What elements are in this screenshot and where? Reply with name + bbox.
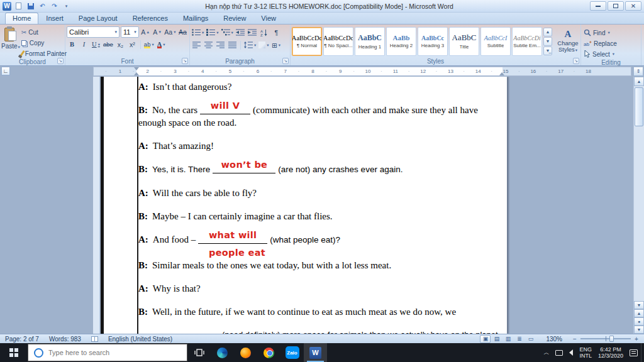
gallery-scroll-down-button[interactable]: ▼: [543, 37, 552, 46]
style-chip[interactable]: AaBbC Heading 1: [355, 27, 385, 56]
dialogue-line[interactable]: B:Maybe – I can certainly imagine a car …: [138, 210, 528, 222]
style-chip[interactable]: AaBbCcDc ¶ Normal: [292, 27, 322, 56]
dialogue-line[interactable]: A:Isn’t that dangerous?: [138, 80, 528, 93]
new-document-button[interactable]: [14, 2, 23, 11]
close-button[interactable]: ✕: [625, 1, 641, 11]
zoom-in-button[interactable]: +: [634, 336, 639, 343]
font-dialog-launcher[interactable]: ↘: [182, 58, 188, 64]
outline-view-button[interactable]: ≣: [514, 335, 525, 343]
align-center-button[interactable]: [203, 40, 214, 50]
task-view-button[interactable]: [187, 343, 211, 362]
proofing-status-icon[interactable]: [91, 336, 98, 342]
tray-expand-button[interactable]: ︿: [540, 343, 552, 362]
web-layout-view-button[interactable]: ▥: [502, 335, 513, 343]
fullscreen-view-button[interactable]: ▤: [491, 335, 502, 343]
text-highlight-button[interactable]: ab: [143, 39, 155, 50]
superscript-button[interactable]: x²: [127, 39, 138, 50]
zoom-slider-thumb[interactable]: [609, 336, 614, 342]
next-page-button[interactable]: ▼: [634, 326, 644, 334]
dialogue-line[interactable]: B:Well, in the future, if we want to con…: [138, 305, 528, 318]
bullets-button[interactable]: [191, 27, 204, 38]
zoom-level[interactable]: 130%: [546, 336, 562, 343]
italic-button[interactable]: I: [79, 39, 89, 50]
replace-button[interactable]: ab Replace: [582, 38, 640, 48]
hanging-indent-marker[interactable]: [134, 72, 139, 75]
word-app-icon[interactable]: W: [3, 2, 11, 11]
increase-indent-button[interactable]: [247, 27, 258, 38]
numbering-button[interactable]: [206, 27, 219, 38]
scrollbar-thumb[interactable]: [635, 87, 643, 126]
justify-button[interactable]: [227, 40, 238, 50]
ribbon-tab[interactable]: Insert: [38, 13, 71, 24]
document-page[interactable]: A:Isn’t that dangerous? B:No, the carswi…: [101, 77, 507, 334]
dialogue-line[interactable]: A:And food –what will(what people eat)? …: [138, 233, 528, 259]
chrome-taskbar-button[interactable]: [257, 343, 280, 362]
dialogue-line[interactable]: (need definitely) more space for animals…: [138, 329, 528, 334]
word-count[interactable]: Words: 983: [49, 336, 81, 343]
first-line-indent-marker[interactable]: [134, 67, 139, 70]
clear-formatting-button[interactable]: Aa: [177, 27, 188, 38]
show-desktop-button[interactable]: [641, 343, 644, 362]
bold-button[interactable]: B: [67, 39, 77, 50]
style-chip[interactable]: AaBbCcI Subtitle: [480, 27, 511, 56]
dialogue-line[interactable]: A:Will the cars be able to fly?: [138, 187, 528, 199]
strikethrough-button[interactable]: abe: [103, 39, 114, 50]
clipboard-dialog-launcher[interactable]: ↘: [57, 58, 64, 64]
zoom-out-button[interactable]: −: [572, 336, 577, 343]
select-browse-object-button[interactable]: ●: [634, 317, 644, 326]
borders-button[interactable]: ⊞: [271, 40, 282, 50]
style-chip[interactable]: AaBbCcDc ¶ No Spaci...: [323, 27, 353, 56]
gallery-scroll-up-button[interactable]: ▲: [543, 28, 552, 36]
language-indicator[interactable]: English (United States): [108, 336, 172, 343]
line-spacing-button[interactable]: [243, 40, 257, 50]
redo-button[interactable]: ↷: [50, 2, 59, 11]
select-button[interactable]: Select: [582, 49, 640, 59]
underline-button[interactable]: U: [91, 39, 101, 50]
volume-tray-icon[interactable]: [566, 343, 576, 362]
restore-button[interactable]: [608, 1, 624, 11]
tab-stop-selector[interactable]: ∟: [1, 67, 10, 75]
style-chip[interactable]: AaBb Heading 2: [386, 27, 416, 56]
word-taskbar-button[interactable]: W: [304, 343, 327, 362]
fill-in-blank[interactable]: [141, 329, 219, 334]
zoom-slider-track[interactable]: [580, 338, 631, 339]
start-button[interactable]: [0, 343, 28, 362]
fill-in-blank[interactable]: will V: [200, 105, 250, 114]
styles-dialog-launcher[interactable]: ↘: [573, 58, 579, 64]
show-formatting-marks-button[interactable]: ¶: [271, 27, 282, 38]
dialogue-line[interactable]: A:Why is that?: [138, 282, 528, 295]
ribbon-tab[interactable]: Review: [216, 13, 253, 24]
vertical-ruler[interactable]: [93, 77, 100, 334]
paste-button[interactable]: Paste: [1, 26, 20, 58]
grow-font-button[interactable]: A▲: [140, 27, 151, 38]
dialogue-line[interactable]: B:No, the carswill V(communicate) with e…: [138, 104, 528, 129]
gallery-more-button[interactable]: ▼̲: [543, 47, 552, 55]
firefox-taskbar-button[interactable]: [234, 343, 257, 362]
ribbon-tab[interactable]: Mailings: [175, 13, 216, 24]
ribbon-tab[interactable]: Home: [5, 13, 38, 24]
ribbon-tab[interactable]: Page Layout: [71, 13, 125, 24]
style-chip[interactable]: AaBbCc Heading 3: [418, 27, 448, 56]
save-button[interactable]: [26, 2, 35, 11]
multilevel-list-button[interactable]: [221, 27, 234, 38]
change-styles-button[interactable]: A Change Styles: [553, 29, 582, 53]
draft-view-button[interactable]: ▭: [525, 335, 536, 343]
undo-button[interactable]: ↶: [38, 2, 47, 11]
cut-button[interactable]: ✂ Cut: [20, 27, 68, 37]
print-layout-view-button[interactable]: ▣: [480, 335, 491, 343]
document-text[interactable]: A:Isn’t that dangerous? B:No, the carswi…: [138, 80, 528, 334]
style-chip[interactable]: AaBbCcDi Subtle Em...: [512, 27, 542, 56]
display-tray-icon[interactable]: [552, 343, 566, 362]
find-button[interactable]: Find: [582, 28, 640, 38]
right-indent-marker[interactable]: [499, 72, 504, 75]
change-case-button[interactable]: Aa: [164, 27, 176, 38]
style-chip[interactable]: AaBbC Title: [449, 27, 479, 56]
document-canvas[interactable]: A:Isn’t that dangerous? B:No, the carswi…: [0, 77, 644, 334]
horizontal-ruler[interactable]: 123456789101112131415161718: [93, 67, 631, 76]
vertical-scrollbar[interactable]: ▲ ▼ ▲ ● ▼: [633, 77, 644, 334]
font-name-combobox[interactable]: Calibri▾: [67, 26, 119, 38]
dialogue-line[interactable]: B:Yes, it is. Therewon’t be(are not) any…: [138, 163, 528, 176]
format-painter-button[interactable]: Format Painter: [20, 48, 68, 58]
dialogue-line[interactable]: A:That’s amazing!: [138, 140, 528, 152]
scroll-down-button[interactable]: ▼: [634, 301, 644, 309]
